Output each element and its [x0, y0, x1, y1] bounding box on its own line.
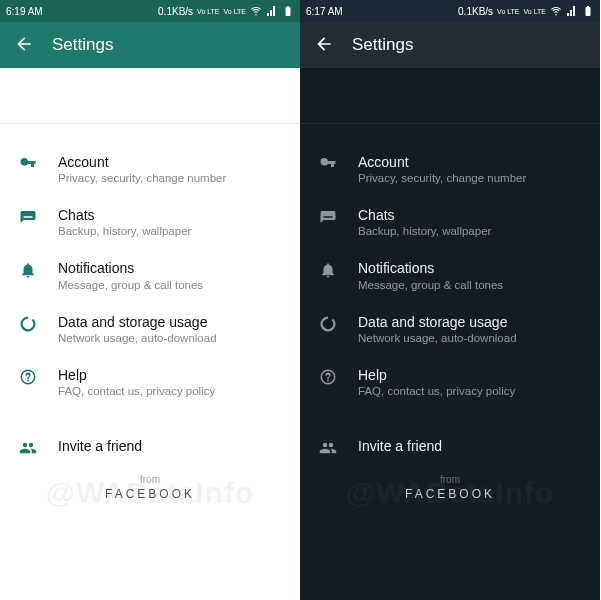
screenshot-dark: 6:17 AM 0.1KB/s Vo LTE Vo LTE Settings A…: [300, 0, 600, 600]
status-time: 6:17 AM: [306, 6, 343, 17]
bell-icon: [18, 259, 38, 279]
wifi-icon: [550, 5, 562, 17]
settings-item-invite[interactable]: Invite a friend: [0, 426, 300, 468]
item-subtitle: Message, group & call tones: [58, 279, 282, 291]
battery-icon: [582, 5, 594, 17]
item-title: Account: [358, 153, 582, 171]
app-bar: Settings: [0, 22, 300, 68]
people-icon: [318, 437, 338, 457]
status-bar: 6:19 AM 0.1KB/s Vo LTE Vo LTE: [0, 0, 300, 22]
item-title: Account: [58, 153, 282, 171]
item-subtitle: Network usage, auto-download: [358, 332, 582, 344]
chat-icon: [18, 206, 38, 226]
profile-row[interactable]: [0, 68, 300, 124]
people-icon: [18, 437, 38, 457]
settings-item-notifications[interactable]: Notifications Message, group & call tone…: [0, 248, 300, 301]
settings-item-account[interactable]: Account Privacy, security, change number: [300, 142, 600, 195]
settings-item-help[interactable]: Help FAQ, contact us, privacy policy: [300, 355, 600, 408]
settings-list: Account Privacy, security, change number…: [0, 124, 300, 600]
screenshot-light: 6:19 AM 0.1KB/s Vo LTE Vo LTE Settings A…: [0, 0, 300, 600]
profile-row[interactable]: [300, 68, 600, 124]
footer-brand: FACEBOOK: [300, 487, 600, 501]
bell-icon: [318, 259, 338, 279]
volte-icon-1: Vo LTE: [497, 8, 519, 15]
settings-item-chats[interactable]: Chats Backup, history, wallpaper: [0, 195, 300, 248]
data-speed: 0.1KB/s: [458, 6, 493, 17]
settings-item-data[interactable]: Data and storage usage Network usage, au…: [300, 302, 600, 355]
item-title: Chats: [58, 206, 282, 224]
item-subtitle: Message, group & call tones: [358, 279, 582, 291]
status-bar: 6:17 AM 0.1KB/s Vo LTE Vo LTE: [300, 0, 600, 22]
status-time: 6:19 AM: [6, 6, 43, 17]
footer-attribution: from FACEBOOK: [300, 468, 600, 517]
item-subtitle: FAQ, contact us, privacy policy: [358, 385, 582, 397]
volte-icon-2: Vo LTE: [524, 8, 546, 15]
settings-item-notifications[interactable]: Notifications Message, group & call tone…: [300, 248, 600, 301]
signal-icon: [566, 5, 578, 17]
item-title: Chats: [358, 206, 582, 224]
settings-list: Account Privacy, security, change number…: [300, 124, 600, 600]
app-bar: Settings: [300, 22, 600, 68]
battery-icon: [282, 5, 294, 17]
item-subtitle: Privacy, security, change number: [58, 172, 282, 184]
item-subtitle: Backup, history, wallpaper: [58, 225, 282, 237]
item-subtitle: Network usage, auto-download: [58, 332, 282, 344]
footer-brand: FACEBOOK: [0, 487, 300, 501]
item-subtitle: Backup, history, wallpaper: [358, 225, 582, 237]
item-title: Help: [58, 366, 282, 384]
volte-icon-1: Vo LTE: [197, 8, 219, 15]
back-button[interactable]: [14, 34, 34, 57]
footer-from: from: [300, 474, 600, 485]
item-title: Notifications: [358, 259, 582, 277]
settings-item-chats[interactable]: Chats Backup, history, wallpaper: [300, 195, 600, 248]
settings-item-data[interactable]: Data and storage usage Network usage, au…: [0, 302, 300, 355]
chat-icon: [318, 206, 338, 226]
item-title: Notifications: [58, 259, 282, 277]
key-icon: [18, 153, 38, 173]
item-title: Help: [358, 366, 582, 384]
signal-icon: [266, 5, 278, 17]
item-title: Data and storage usage: [358, 313, 582, 331]
footer-from: from: [0, 474, 300, 485]
item-title: Data and storage usage: [58, 313, 282, 331]
data-usage-icon: [18, 313, 38, 333]
settings-item-account[interactable]: Account Privacy, security, change number: [0, 142, 300, 195]
volte-icon-2: Vo LTE: [224, 8, 246, 15]
key-icon: [318, 153, 338, 173]
wifi-icon: [250, 5, 262, 17]
page-title: Settings: [352, 35, 413, 55]
footer-attribution: from FACEBOOK: [0, 468, 300, 517]
item-subtitle: Privacy, security, change number: [358, 172, 582, 184]
data-speed: 0.1KB/s: [158, 6, 193, 17]
page-title: Settings: [52, 35, 113, 55]
back-button[interactable]: [314, 34, 334, 57]
settings-item-help[interactable]: Help FAQ, contact us, privacy policy: [0, 355, 300, 408]
help-icon: [18, 366, 38, 386]
item-title: Invite a friend: [58, 437, 282, 455]
item-subtitle: FAQ, contact us, privacy policy: [58, 385, 282, 397]
help-icon: [318, 366, 338, 386]
data-usage-icon: [318, 313, 338, 333]
item-title: Invite a friend: [358, 437, 582, 455]
settings-item-invite[interactable]: Invite a friend: [300, 426, 600, 468]
